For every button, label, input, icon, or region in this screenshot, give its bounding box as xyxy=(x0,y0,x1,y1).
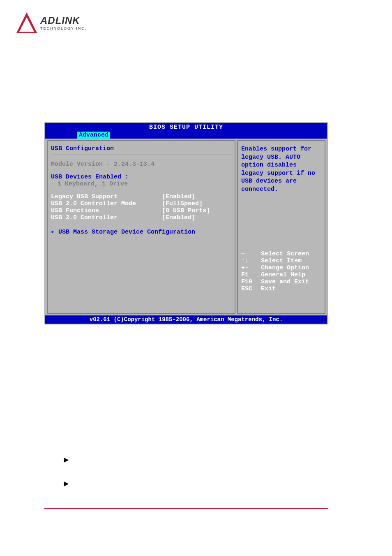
module-version: Module Version - 2.24.3-13.4 xyxy=(51,161,231,168)
logo-text: ADLINK TECHNOLOGY INC. xyxy=(40,15,87,30)
nav-label: Select Item xyxy=(261,257,302,264)
help-text: Enables support for legacy USB. AUTO opt… xyxy=(241,145,321,193)
bios-right-panel: Enables support for legacy USB. AUTO opt… xyxy=(237,140,325,314)
devices-enabled-label: USB Devices Enabled : xyxy=(51,174,231,181)
bios-window: BIOS SETUP UTILITY Advanced USB Configur… xyxy=(44,122,328,324)
option-label: USB 2.0 Controller Mode xyxy=(51,200,162,207)
arrow-icon: ▶ xyxy=(64,480,69,487)
nav-exit: ESC Exit xyxy=(241,285,321,292)
option-label: Legacy USB Support xyxy=(51,193,162,200)
nav-label: Change Option xyxy=(261,264,309,271)
bios-footer: v02.61 (C)Copyright 1985-2006, American … xyxy=(45,315,327,324)
bios-left-panel: USB Configuration Module Version - 2.24.… xyxy=(47,140,235,314)
nav-label: General Help xyxy=(261,271,305,278)
option-value: [Enabled] xyxy=(162,193,195,200)
option-usb-functions[interactable]: USB Functions [8 USB Ports] xyxy=(51,207,231,214)
nav-key: ↑↓ xyxy=(241,257,261,264)
nav-save-exit: F10 Save and Exit xyxy=(241,278,321,285)
arrow-icon: ▶ xyxy=(64,456,69,463)
option-label: USB 2.0 Controller xyxy=(51,214,162,221)
logo-name: ADLINK xyxy=(40,15,87,26)
nav-keys: ← Select Screen ↑↓ Select Item +- Change… xyxy=(241,250,321,292)
nav-key: +- xyxy=(241,264,261,271)
nav-key: F10 xyxy=(241,278,261,285)
bios-tabs: Advanced xyxy=(45,132,327,139)
bios-body: USB Configuration Module Version - 2.24.… xyxy=(45,139,327,315)
nav-select-item: ↑↓ Select Item xyxy=(241,257,321,264)
nav-change-option: +- Change Option xyxy=(241,264,321,271)
logo-icon xyxy=(16,12,37,33)
nav-key: F1 xyxy=(241,271,261,278)
option-value: [FullSpeed] xyxy=(162,200,203,207)
option-usb-controller[interactable]: USB 2.0 Controller [Enabled] xyxy=(51,214,231,221)
section-title: USB Configuration xyxy=(51,145,231,155)
nav-key: ESC xyxy=(241,285,261,292)
option-value: [Enabled] xyxy=(162,214,195,221)
logo-subtitle: TECHNOLOGY INC. xyxy=(40,26,87,30)
tab-advanced[interactable]: Advanced xyxy=(77,132,110,139)
option-label: USB Functions xyxy=(51,207,162,214)
option-legacy-usb[interactable]: Legacy USB Support [Enabled] xyxy=(51,193,231,200)
nav-general-help: F1 General Help xyxy=(241,271,321,278)
logo: ADLINK TECHNOLOGY INC. xyxy=(16,12,87,33)
nav-label: Exit xyxy=(261,285,276,292)
nav-key: ← xyxy=(241,250,261,257)
bios-title: BIOS SETUP UTILITY xyxy=(45,123,327,132)
nav-label: Save and Exit xyxy=(261,278,309,285)
submenu-usb-mass-storage[interactable]: ▸ USB Mass Storage Device Configuration xyxy=(51,228,231,236)
nav-label: Select Screen xyxy=(261,250,309,257)
page-border xyxy=(44,508,328,509)
option-usb-controller-mode[interactable]: USB 2.0 Controller Mode [FullSpeed] xyxy=(51,200,231,207)
nav-select-screen: ← Select Screen xyxy=(241,250,321,257)
option-value: [8 USB Ports] xyxy=(162,207,210,214)
devices-enabled-value: 1 Keyboard, 1 Drive xyxy=(58,181,231,188)
